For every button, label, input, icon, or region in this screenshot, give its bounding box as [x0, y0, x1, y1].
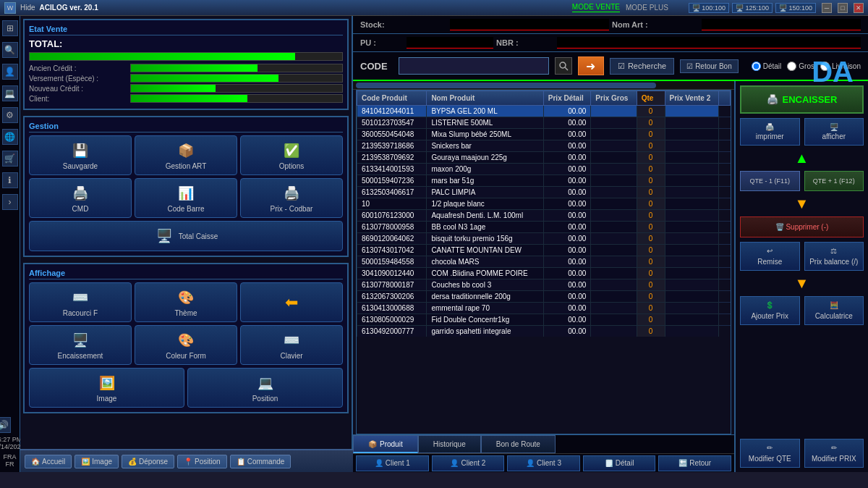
nav-home-icon[interactable]: ⊞ [2, 20, 18, 36]
table-row[interactable]: 6130778000187 Couches bb cool 3 00.00 0 [357, 279, 731, 291]
sauvgarde-button[interactable]: 💾 Sauvgarde [29, 135, 132, 175]
table-row[interactable]: 5010123703547 LISTERNIE 500ML 00.00 0 [357, 117, 731, 129]
remise-button[interactable]: ↩ Remise [740, 242, 800, 271]
nav-cart-icon[interactable]: 🛒 [2, 151, 18, 167]
table-row[interactable]: 6001076123000 Aquafresh Denti. L.M. 100m… [357, 210, 731, 222]
code-search-input[interactable] [399, 57, 549, 75]
table-scroll[interactable]: Code Produit Nom Produit Prix Détail Pri… [357, 91, 731, 337]
table-row[interactable]: 5000159407236 mars bar 51g 00.00 0 [357, 175, 731, 187]
theme-label: Thème [174, 309, 197, 317]
gestion-art-button[interactable]: 📦 Gestion ART [135, 135, 237, 175]
table-row[interactable]: 6130492000777 garrido spahetti integrale… [357, 326, 731, 337]
hide-button[interactable]: Hide [20, 4, 35, 12]
arrow-down-2-icon[interactable]: ▼ [740, 275, 864, 292]
table-row[interactable]: 2139539718686 Snickers bar 00.00 0 [357, 140, 731, 152]
tab-bon-de-route[interactable]: Bon de Route [481, 435, 556, 453]
deponse-taskbar-button[interactable]: 💰 Déponse [122, 455, 174, 468]
mode-vente-btn[interactable]: MODE VENTE [572, 3, 620, 12]
nom-art-input[interactable] [702, 19, 861, 30]
nav-search-icon[interactable]: 🔍 [2, 42, 18, 58]
gros-radio[interactable]: Gros [787, 62, 814, 71]
nav-globe-icon[interactable]: 🌐 [2, 129, 18, 145]
code-barre-button[interactable]: 📊 Code Barre [135, 178, 237, 218]
nav-arrow-icon[interactable]: › [2, 194, 18, 210]
nbr-input[interactable] [557, 37, 861, 49]
nav-info-icon[interactable]: ℹ [2, 172, 18, 188]
etat-vente-title: Etat Vente [29, 25, 343, 35]
client-1-button[interactable]: 👤 Client 1 [356, 455, 429, 471]
table-row[interactable]: 6130743017042 CANATTE MOUNTAN DEW 00.00 … [357, 245, 731, 256]
retour-button[interactable]: 🔙 Retour [658, 455, 731, 471]
stock-input[interactable] [450, 19, 609, 30]
arrow-down-icon[interactable]: ▼ [740, 195, 864, 212]
back-button[interactable]: ⬅ [240, 282, 343, 322]
position-button[interactable]: 💻 Position [187, 368, 343, 408]
cell-code: 6130492000777 [357, 326, 427, 337]
total-caisse-button[interactable]: 🖥️ Total Caisse [29, 221, 343, 251]
detail-client-button[interactable]: 🗒️ Détail [583, 455, 656, 471]
nav-computer-icon[interactable]: 💻 [2, 85, 18, 101]
theme-button[interactable]: 🎨 Thème [135, 282, 237, 322]
position-taskbar-button[interactable]: 📍 Position [177, 455, 227, 468]
imprimer-button[interactable]: 🖨️ imprimer [740, 118, 800, 146]
table-row[interactable]: 8690120064062 bisquit torku premio 156g … [357, 233, 731, 245]
horizontal-scrollbar[interactable] [356, 83, 656, 88]
prix-balance-button[interactable]: ⚖ Prix balance (/) [804, 242, 864, 271]
image-button[interactable]: 🖼️ Image [29, 368, 184, 408]
calculatrice-button[interactable]: 🧮 Calculatrice [804, 296, 864, 325]
accueil-button[interactable]: 🏠 Accueil [25, 455, 72, 468]
encaissement-button[interactable]: 🖥️ Encaissement [29, 325, 132, 365]
table-row[interactable]: 6130805000029 Fid Double Concentr1kg 00.… [357, 314, 731, 326]
table-row[interactable]: 8410412044011 BYPSA GEL 200 ML 00.00 0 [357, 106, 731, 117]
maximize-button[interactable]: □ [838, 3, 848, 13]
table-row[interactable]: 6130413000688 emmental rape 70 00.00 0 [357, 303, 731, 314]
modifier-qte-button[interactable]: ✏ Modifier QTE [740, 439, 800, 468]
back-icon: ⬅ [281, 293, 302, 313]
table-row[interactable]: 6132067300206 dersa traditionnelle 200g … [357, 291, 731, 303]
table-row[interactable]: 10 1/2 plaque blanc 00.00 0 [357, 198, 731, 210]
racourci-f-button[interactable]: ⌨️ Racourci F [29, 282, 132, 322]
encaisser-button[interactable]: 🖨️ ENCAISSER [740, 85, 864, 114]
detail-radio[interactable]: Détail [752, 62, 782, 71]
table-row[interactable]: 6132503406617 PALC LIMPIA 00.00 0 [357, 187, 731, 198]
tab-historique[interactable]: Historique [418, 435, 481, 453]
table-row[interactable]: 2139538709692 Gouraya maajoun 225g 00.00… [357, 152, 731, 164]
supprimer-button[interactable]: 🗑️ Supprimer (-) [740, 216, 864, 237]
cmd-button[interactable]: 🖨️ CMD [29, 178, 132, 218]
table-row[interactable]: 3600550454048 Mixa Slump bébé 250ML 00.0… [357, 129, 731, 140]
close-button[interactable]: ✕ [854, 3, 864, 13]
commande-taskbar-button[interactable]: 📋 Commande [230, 455, 292, 468]
qte-plus-button[interactable]: QTE + 1 (F12) [804, 171, 864, 191]
client-3-button[interactable]: 👤 Client 3 [507, 455, 580, 471]
nav-settings-icon[interactable]: ⚙ [2, 107, 18, 123]
prix-codbar-button[interactable]: 🖨️ Prix - Codbar [240, 178, 343, 218]
supprimer-icon: 🗑️ [775, 223, 784, 231]
pu-input[interactable] [407, 37, 493, 49]
image-taskbar-button[interactable]: 🖼️ Image [75, 455, 119, 468]
modifier-prix-button[interactable]: ✏ Modifier PRIX [804, 439, 864, 468]
recherche-button[interactable]: ☑ Recherche [610, 58, 674, 75]
coleur-form-button[interactable]: 🎨 Coleur Form [135, 325, 237, 365]
tab-produit[interactable]: 📦 Produit [353, 435, 418, 453]
options-button[interactable]: ✅ Options [240, 135, 343, 175]
cell-code: 6130778000958 [357, 222, 427, 233]
nav-sound-icon[interactable]: 🔊 [0, 417, 11, 433]
retour-bon-button[interactable]: ☑ Retour Bon [680, 59, 739, 73]
accueil-label: Accueil [42, 458, 65, 466]
search-icon-button[interactable] [555, 57, 572, 75]
mode-plus-btn[interactable]: MODE PLUS [626, 4, 668, 12]
table-row[interactable]: 6130778000958 BB cool N3 1age 00.00 0 [357, 222, 731, 233]
table-row[interactable]: 6133414001593 maxon 200g 00.00 0 [357, 164, 731, 175]
nav-user-icon[interactable]: 👤 [2, 64, 18, 80]
minimize-button[interactable]: ─ [822, 3, 832, 13]
client-2-button[interactable]: 👤 Client 2 [432, 455, 505, 471]
scrollbar-top [353, 81, 734, 90]
clavier-button[interactable]: ⌨️ Clavier [240, 325, 343, 365]
table-row[interactable]: 5000159484558 chocola MARS 00.00 0 [357, 256, 731, 268]
qte-minus-button[interactable]: QTE - 1 (F11) [740, 171, 800, 191]
go-button[interactable]: ➜ [578, 56, 604, 75]
afficher-button[interactable]: 🖥️ afficher [804, 118, 864, 146]
ajouter-prix-button[interactable]: 💲 Ajouter Prix [740, 296, 800, 325]
arrow-up-icon[interactable]: ▲ [740, 150, 864, 167]
table-row[interactable]: 3041090012440 COM .Blidina POMME POIRE 0… [357, 268, 731, 279]
